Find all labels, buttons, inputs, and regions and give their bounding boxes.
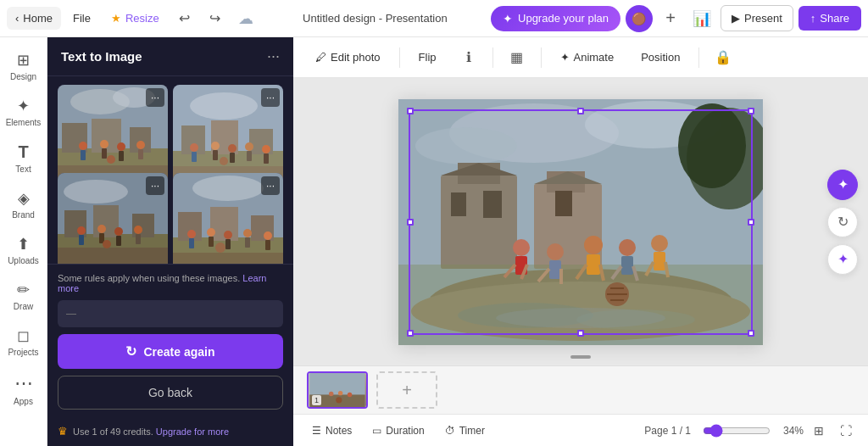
duration-label: Duration: [386, 425, 424, 437]
generated-image-3[interactable]: ···: [58, 173, 168, 265]
redo-button[interactable]: ↪: [202, 5, 229, 32]
sidebar-label-apps: Apps: [14, 397, 33, 406]
flip-label: Flip: [419, 51, 437, 64]
timer-button[interactable]: ⏱ Timer: [437, 421, 493, 441]
sidebar-label-uploads: Uploads: [8, 256, 39, 265]
magic-button[interactable]: ✦: [827, 244, 858, 275]
resize-handle-tr[interactable]: [748, 108, 754, 114]
file-button[interactable]: File: [64, 7, 99, 30]
grid-button[interactable]: ▦: [504, 44, 531, 71]
share-label: Share: [820, 12, 849, 25]
rotate-button[interactable]: ↻: [827, 207, 858, 237]
home-label: Home: [23, 12, 53, 25]
file-label: File: [73, 12, 91, 25]
panel-menu-button[interactable]: ···: [267, 47, 280, 65]
add-slide-button[interactable]: +: [376, 371, 437, 409]
share-button[interactable]: ↑ Share: [798, 6, 861, 31]
toolbar-divider-2: [492, 47, 493, 68]
image-4-menu-button[interactable]: ···: [261, 176, 280, 195]
slide-thumbnail-1[interactable]: 1: [307, 371, 368, 409]
add-button[interactable]: +: [658, 6, 683, 31]
prompt-bar[interactable]: —: [58, 300, 283, 327]
image-1-menu-button[interactable]: ···: [146, 88, 164, 107]
flip-button[interactable]: Flip: [410, 46, 445, 69]
info-button[interactable]: ℹ: [455, 44, 482, 71]
svg-point-52: [192, 176, 264, 201]
avatar[interactable]: 🟤: [626, 5, 653, 32]
sidebar-item-draw[interactable]: ✏ Draw: [3, 274, 44, 318]
svg-point-119: [336, 397, 342, 403]
cloud-save-button[interactable]: ☁: [232, 5, 259, 32]
top-bar: ‹ Home File ★ Resize ↩ ↪ ☁ Untitled desi…: [0, 0, 868, 37]
resize-handle-bm[interactable]: [577, 330, 584, 337]
svg-point-48: [134, 226, 142, 234]
svg-point-66: [264, 231, 272, 240]
notes-label: Notes: [326, 425, 352, 437]
grid-view-button[interactable]: ⊞: [807, 419, 831, 443]
main-area: ⊞ Design ✦ Elements T Text ◈ Brand ⬆ Upl…: [0, 37, 868, 446]
svg-point-58: [187, 230, 196, 238]
svg-point-14: [136, 141, 145, 149]
svg-rect-13: [119, 151, 124, 161]
zoom-slider[interactable]: [703, 424, 771, 438]
resize-label: Resize: [125, 12, 159, 25]
page-info: Page 1 / 1: [636, 425, 699, 437]
lock-button[interactable]: 🔒: [709, 44, 737, 71]
ai-sparkle-button[interactable]: ✦: [827, 170, 858, 200]
svg-point-8: [79, 142, 87, 150]
selected-image-frame: [409, 109, 753, 335]
fullscreen-button[interactable]: ⛶: [834, 419, 858, 443]
analytics-button[interactable]: 📊: [688, 5, 715, 32]
history-actions: ↩ ↪ ☁: [171, 5, 259, 32]
create-again-label: Create again: [143, 345, 214, 359]
sidebar-item-design[interactable]: ⊞ Design: [3, 44, 44, 88]
animate-button[interactable]: ✦ Animate: [552, 46, 623, 69]
canvas-scroll[interactable]: ✦ ↻ ✦: [293, 78, 868, 365]
sidebar-item-elements[interactable]: ✦ Elements: [3, 90, 44, 134]
resize-handle-tm[interactable]: [577, 108, 584, 114]
duration-button[interactable]: ▭ Duration: [364, 421, 432, 441]
sidebar-item-uploads[interactable]: ⬆ Uploads: [3, 228, 44, 272]
present-button[interactable]: ▶ Present: [721, 5, 793, 31]
resize-handle-br[interactable]: [748, 330, 754, 337]
svg-rect-15: [138, 149, 143, 159]
svg-point-117: [338, 391, 342, 395]
sidebar-label-design: Design: [10, 72, 36, 81]
sidebar-item-projects[interactable]: ◻ Projects: [3, 320, 44, 364]
toolbar-divider-3: [541, 47, 542, 68]
sidebar-item-apps[interactable]: ⋯ Apps: [3, 365, 44, 413]
spark-icon: ✦: [503, 12, 513, 25]
edit-photo-icon: 🖊: [315, 51, 326, 64]
resize-handle-lm[interactable]: [407, 219, 414, 226]
home-button[interactable]: ‹ Home: [7, 7, 61, 30]
upgrade-button[interactable]: ✦ Upgrade your plan: [491, 6, 620, 31]
svg-point-62: [224, 231, 232, 239]
svg-point-50: [103, 240, 111, 248]
image-3-menu-button[interactable]: ···: [146, 176, 164, 195]
svg-point-46: [114, 227, 123, 236]
generated-image-4[interactable]: ···: [173, 173, 283, 265]
timer-label: Timer: [459, 425, 485, 437]
avatar-icon: 🟤: [632, 12, 646, 25]
resize-handle-tl[interactable]: [407, 108, 414, 114]
canvas-page: [398, 99, 763, 345]
svg-point-32: [262, 145, 270, 153]
sidebar-item-text[interactable]: T Text: [3, 136, 44, 181]
notes-button[interactable]: ☰ Notes: [303, 421, 360, 441]
rules-text: Some rules apply when using these images…: [58, 273, 283, 293]
image-2-menu-button[interactable]: ···: [261, 88, 280, 107]
go-back-button[interactable]: Go back: [58, 376, 283, 410]
undo-button[interactable]: ↩: [171, 5, 198, 32]
edit-photo-button[interactable]: 🖊 Edit photo: [307, 46, 389, 69]
create-again-button[interactable]: ↻ Create again: [58, 334, 283, 369]
svg-rect-49: [136, 234, 141, 244]
upgrade-credits-link[interactable]: Upgrade for more: [156, 426, 229, 437]
svg-point-36: [64, 180, 128, 203]
draw-icon: ✏: [17, 281, 30, 299]
toolbar-divider-1: [399, 47, 400, 68]
sidebar-item-brand[interactable]: ◈ Brand: [3, 182, 44, 226]
resize-handle-bl[interactable]: [407, 330, 414, 337]
resize-button[interactable]: ★ Resize: [103, 7, 168, 30]
resize-handle-rm[interactable]: [748, 219, 754, 226]
position-button[interactable]: Position: [632, 46, 688, 69]
